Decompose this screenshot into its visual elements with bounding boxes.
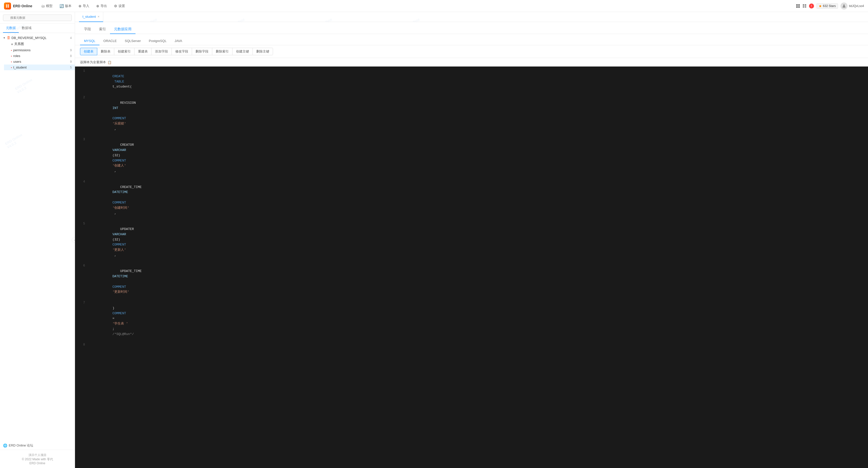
- svg-rect-4: [796, 4, 798, 6]
- t-student-count: 5: [70, 66, 72, 69]
- db-tabs: MYSQL ORACLE SQLServer PostgreSQL JAVA: [75, 34, 868, 45]
- delete-field-button[interactable]: 删除字段: [192, 48, 212, 55]
- users-count: 9: [70, 60, 72, 63]
- svg-point-15: [843, 4, 845, 6]
- search-input[interactable]: [3, 14, 72, 21]
- sidebar-tabs: 元数据 数据域: [0, 24, 75, 33]
- db-tab-sqlserver[interactable]: SQLServer: [121, 37, 145, 45]
- sub-tab-index[interactable]: 索引: [95, 25, 110, 34]
- grid-view-button[interactable]: [796, 4, 800, 8]
- db-tab-postgresql[interactable]: PostgreSQL: [145, 37, 170, 45]
- nav-version-label: 版本: [65, 4, 71, 8]
- svg-rect-9: [805, 4, 806, 5]
- svg-rect-2: [6, 6, 7, 7]
- create-primary-button[interactable]: 创建主键: [232, 48, 253, 55]
- export-icon: ⊕: [96, 4, 99, 8]
- svg-rect-8: [803, 4, 804, 5]
- svg-rect-12: [803, 7, 804, 7]
- stars-badge[interactable]: 632 Stars: [816, 3, 838, 9]
- username: tidJQvLso4: [849, 4, 864, 8]
- nav-export[interactable]: ⊕ 导出: [93, 2, 110, 10]
- stars-count: 632 Stars: [823, 4, 836, 8]
- db-icon: 🗄: [7, 36, 10, 40]
- sub-tab-fields[interactable]: 字段: [80, 25, 95, 34]
- tree-roles-item[interactable]: ▶ ▪ roles 8: [4, 53, 75, 59]
- copy-icon[interactable]: 📋: [107, 61, 112, 64]
- relation-icon: ◈: [11, 42, 13, 46]
- tab-t-student-label: t_student: [83, 15, 96, 19]
- svg-rect-7: [798, 6, 800, 8]
- code-line-5: 5 UPDATER VARCHAR (32) COMMENT '更新人' ,: [75, 221, 868, 263]
- nav-import-label: 导入: [83, 4, 89, 8]
- table-icon-permissions: ▪: [11, 49, 12, 52]
- nav-settings[interactable]: ⚙ 设置: [111, 2, 128, 10]
- rebuild-table-button[interactable]: 重建表: [134, 48, 152, 55]
- code-line-8: 8: [75, 342, 868, 347]
- main-area: ERD OnlineV4.0.3 ERD OnlineV4.0.3 ERD On…: [75, 12, 868, 468]
- delete-primary-button[interactable]: 删除主键: [252, 48, 273, 55]
- tree-db-item[interactable]: ▼ 🗄 DB_REVERSE_MYSQL 4: [0, 35, 75, 41]
- modify-field-button[interactable]: 修改字段: [172, 48, 192, 55]
- tree-relation-item[interactable]: ▶ ◈ 关系图: [4, 41, 75, 47]
- script-note: 该脚本为全量脚本 📋: [75, 58, 868, 66]
- nav-version[interactable]: 🔄 版本: [57, 2, 74, 10]
- db-name: DB_REVERSE_MYSQL: [11, 36, 70, 40]
- svg-rect-6: [796, 6, 798, 8]
- tab-t-student[interactable]: t_student ✕: [79, 12, 103, 22]
- table-icon-users: ▪: [11, 60, 12, 63]
- footer-line1: 演示个人项目: [3, 453, 72, 457]
- top-menu: 🗂 模型 🔄 版本 ⊕ 导入 ⊕ 导出 ⚙ 设置: [38, 2, 796, 10]
- layout-button[interactable]: [803, 4, 806, 8]
- tree-leaf-arrow3: ▶: [7, 55, 11, 57]
- user-menu[interactable]: tidJQvLso4: [840, 2, 864, 9]
- forum-link[interactable]: 🌐 ERD Online 论坛: [0, 441, 75, 450]
- tree-leaf-arrow: ▶: [7, 43, 11, 45]
- db-tab-mysql[interactable]: MYSQL: [80, 37, 99, 45]
- tree-t-student-item[interactable]: ▶ ▪ t_student 5: [4, 64, 75, 70]
- tree-users-item[interactable]: ▶ ▪ users 9: [4, 59, 75, 64]
- tab-bar: t_student ✕: [75, 12, 868, 22]
- footer-line2: © 2022 Made with 零代: [3, 457, 72, 462]
- user-avatar: [840, 2, 847, 9]
- nav-import[interactable]: ⊕ 导入: [75, 2, 92, 10]
- app-logo[interactable]: ERD Online: [4, 2, 32, 9]
- code-line-6: 6 UPDATE_TIME DATETIME COMMENT '更新时间': [75, 263, 868, 300]
- svg-rect-1: [8, 4, 9, 6]
- t-student-label: t_student: [13, 65, 70, 69]
- top-nav-right: ! 632 Stars tidJQvLso4: [796, 2, 864, 9]
- nav-model[interactable]: 🗂 模型: [38, 2, 56, 10]
- delete-index-button[interactable]: 删除索引: [212, 48, 232, 55]
- create-index-button[interactable]: 创建索引: [114, 48, 134, 55]
- search-wrap: 🔍: [3, 14, 72, 21]
- top-navigation: ERD Online 🗂 模型 🔄 版本 ⊕ 导入 ⊕ 导出 ⚙ 设置: [0, 0, 868, 12]
- delete-table-button[interactable]: 删除表: [97, 48, 114, 55]
- users-label: users: [13, 60, 70, 63]
- svg-marker-14: [819, 5, 822, 7]
- db-tab-java[interactable]: JAVA: [170, 37, 186, 45]
- tree-leaf-arrow5: ▶: [7, 66, 11, 69]
- tree-permissions-item[interactable]: ▶ ▪ permissions 9: [4, 47, 75, 53]
- svg-rect-10: [803, 5, 804, 6]
- code-editor[interactable]: 1 CREATE TABLE t_student( 2 REVISION INT: [75, 66, 868, 468]
- content-area: 字段 索引 元数据应用 MYSQL ORACLE SQLServer Postg…: [75, 22, 868, 468]
- db-tab-oracle[interactable]: ORACLE: [99, 37, 121, 45]
- tab-close-button[interactable]: ✕: [97, 15, 99, 18]
- code-line-4: 4 CREATE_TIME DATETIME COMMENT '创建时间' ,: [75, 179, 868, 221]
- tree-leaf-arrow2: ▶: [7, 49, 11, 52]
- svg-rect-3: [8, 6, 9, 7]
- permissions-count: 9: [70, 49, 72, 52]
- roles-count: 8: [70, 54, 72, 58]
- create-table-button[interactable]: 创建表: [80, 48, 97, 55]
- notification-button[interactable]: !: [809, 3, 814, 8]
- sub-tab-metadata-apply[interactable]: 元数据应用: [110, 25, 135, 34]
- add-field-button[interactable]: 添加字段: [151, 48, 172, 55]
- script-note-text: 该脚本为全量脚本: [80, 60, 106, 64]
- nav-export-label: 导出: [100, 4, 107, 8]
- relation-label: 关系图: [14, 42, 72, 46]
- tab-domain[interactable]: 数据域: [19, 24, 34, 33]
- app-name: ERD Online: [13, 4, 32, 8]
- tree-leaf-arrow4: ▶: [7, 60, 11, 63]
- forum-icon: 🌐: [3, 443, 7, 447]
- tab-metadata[interactable]: 元数据: [3, 24, 19, 33]
- roles-label: roles: [13, 54, 70, 58]
